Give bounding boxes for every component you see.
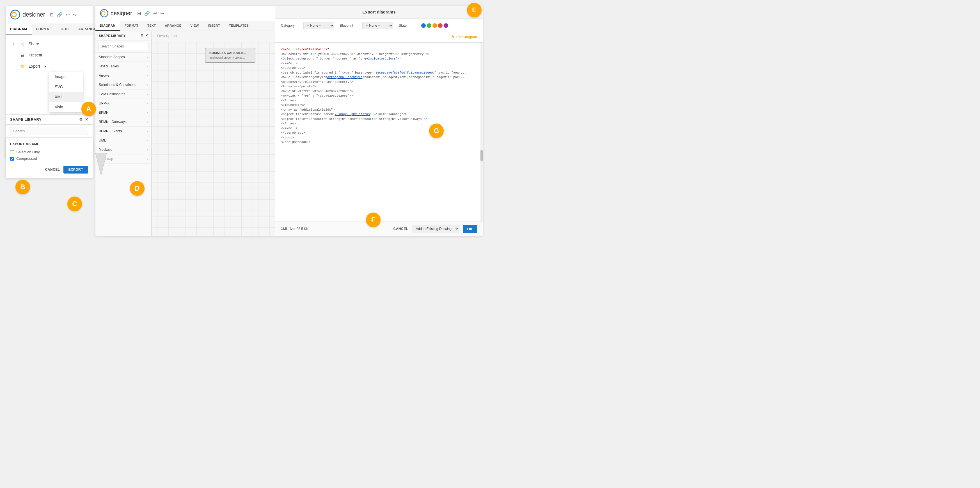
state-circle-2[interactable] <box>427 23 431 28</box>
add-to-drawing-select[interactable]: Add to Existing Drawing <box>412 225 460 233</box>
share-label: Share <box>29 41 39 46</box>
link-icon[interactable]: 🔗 <box>57 12 63 18</box>
xml-line-9: <Array as="points"> <box>281 84 477 89</box>
chevron-text: › <box>147 65 148 68</box>
xml-line-11: <mxPoint x="798" y="435.462962962963"/> <box>281 94 477 98</box>
sidebar-item-bpmn-gw[interactable]: BPMN - Gateways › <box>95 117 151 127</box>
category-label: Category <box>281 24 301 27</box>
shape-sidebar-search <box>95 40 151 53</box>
search-input-left[interactable] <box>10 127 88 135</box>
xml-line-7: <mxCell style="edgeStyle=orthogonalEdgeS… <box>281 75 477 80</box>
shape-library-right-label: SHAPE LIBRARY <box>99 34 126 37</box>
export-dialog-title: Export diagrams <box>362 10 395 14</box>
selection-only-row: Selection Only <box>10 150 88 154</box>
share-icon: ◁ <box>20 41 25 46</box>
description-placeholder: Description <box>157 34 177 38</box>
search-shapes-input[interactable] <box>98 43 148 50</box>
biz-cap-card[interactable]: BUSINESS CAPABILIT... Intellectual prope… <box>205 48 255 62</box>
state-circle-3[interactable] <box>433 23 437 28</box>
undo-icon-right[interactable]: ↩ <box>153 11 157 16</box>
tab-view-right[interactable]: VIEW <box>186 21 204 30</box>
right-panel: desiqner ⊞ 🔗 ↩ ↪ DIAGRAM FORMAT TEXT ARR… <box>95 6 483 236</box>
xml-link-4[interactable]: x_innph_upmx_status <box>334 113 370 116</box>
chevron-standard: › <box>147 56 148 59</box>
xml-line-8: <mxGeometry relative="1" as="geometry"> <box>281 80 477 85</box>
shape-sidebar-header: SHAPE LIBRARY ⚙ ✕ <box>95 31 151 40</box>
close-icon-shape[interactable]: ✕ <box>85 117 88 121</box>
chevron-swimlanes: › <box>147 83 148 86</box>
state-circle-5[interactable] <box>444 23 448 28</box>
category-select[interactable]: -- None -- <box>303 22 334 29</box>
edit-diagram-button[interactable]: ✎ Edit Diagram <box>452 35 477 39</box>
shape-library-label: SHAPE LIBRARY <box>10 117 41 121</box>
sidebar-item-text[interactable]: Text & Tables › <box>95 62 151 71</box>
tab-format-right[interactable]: FORMAT <box>120 21 143 30</box>
tab-templates-right[interactable]: TEMPLATES <box>224 21 253 30</box>
right-body: SHAPE LIBRARY ⚙ ✕ Standard Shapes › Text… <box>95 31 483 236</box>
annotation-C: C <box>67 196 82 211</box>
export-visio[interactable]: Visio <box>49 102 83 112</box>
settings-icon-right[interactable]: ⚙ <box>141 34 144 37</box>
xml-content[interactable]: <mxCell style="fillColor="... <mxGeometr… <box>275 43 483 222</box>
cancel-button[interactable]: CANCEL <box>45 167 60 172</box>
xml-scrollbar[interactable] <box>480 43 483 222</box>
link-icon-right[interactable]: 🔗 <box>144 11 150 16</box>
tab-bar-left: DIAGRAM FORMAT TEXT ARRANGE VIEW <box>6 24 92 35</box>
biz-cap-body: Intellectual property protec... <box>209 56 251 59</box>
settings-icon[interactable]: ⚙ <box>79 117 83 121</box>
grid-icon-right[interactable]: ⊞ <box>137 11 141 16</box>
export-svg[interactable]: SVG <box>49 82 83 92</box>
sidebar-item-standard[interactable]: Standard Shapes › <box>95 53 151 62</box>
ok-button[interactable]: OK <box>463 225 477 233</box>
tab-diagram-right[interactable]: DIAGRAM <box>95 21 120 30</box>
undo-icon[interactable]: ↩ <box>66 12 70 18</box>
chevron-eam: › <box>147 92 148 96</box>
xml-link-3[interactable]: orthogonalEdgeStyle <box>327 75 362 79</box>
export-menu-item[interactable]: ＋ 📁 Export ▾ <box>10 61 88 72</box>
present-menu-item[interactable]: ＋ 🖨 Present <box>10 49 88 61</box>
state-circle-1[interactable] <box>421 23 426 28</box>
state-circle-4[interactable] <box>438 23 442 28</box>
sidebar-item-eam[interactable]: EAM Dashboards › <box>95 89 151 99</box>
xml-link-1[interactable]: prevIndicatorColors <box>361 57 396 61</box>
compressed-checkbox[interactable] <box>10 157 14 161</box>
sidebar-item-bpmn-ev[interactable]: BPMN - Events › <box>95 127 151 136</box>
tab-text-left[interactable]: TEXT <box>56 24 74 35</box>
tab-text-right[interactable]: TEXT <box>143 21 160 30</box>
redo-icon[interactable]: ↪ <box>73 12 76 18</box>
sidebar-item-swimlanes[interactable]: Swimlanes & Containers › <box>95 80 151 89</box>
xml-line-6: <userObject label="is stored in" type=" … <box>281 70 477 75</box>
sidebar-item-uml[interactable]: UML › <box>95 136 151 145</box>
share-menu-item[interactable]: ＋ ◁ Share <box>10 38 88 49</box>
dialog-cancel-button[interactable]: CANCEL <box>393 227 408 231</box>
toolbar-right: ⊞ 🔗 ↩ ↪ <box>137 11 164 16</box>
pencil-icon: ✎ <box>452 35 455 39</box>
export-button[interactable]: EXPORT <box>64 166 88 174</box>
xml-line-10: <mxPoint x="722" y="435.462962962963"/> <box>281 89 477 94</box>
redo-icon-right[interactable]: ↪ <box>160 11 164 16</box>
annotation-F: F <box>366 212 380 227</box>
sidebar-item-upmx[interactable]: UPM-X › <box>95 99 151 108</box>
sidebar-item-bpmn[interactable]: BPMN › <box>95 108 151 117</box>
xml-link-2[interactable]: 88c8ece40f8b8f007fc1ba8ce1050e07 <box>375 71 435 74</box>
compressed-label: Compressed <box>16 156 37 161</box>
chevron-bpmn: › <box>147 111 148 114</box>
annotation-A: A <box>81 102 96 116</box>
tab-diagram-left[interactable]: DIAGRAM <box>6 24 32 35</box>
blueprint-select[interactable]: -- None -- <box>362 22 393 29</box>
grid-icon[interactable]: ⊞ <box>50 12 54 18</box>
svg-marker-4 <box>95 153 107 175</box>
tab-insert-right[interactable]: INSERT <box>204 21 224 30</box>
xml-line-17: </Array> <box>281 121 477 126</box>
annotation-D: D <box>130 181 145 196</box>
sidebar-item-arrows[interactable]: Arrows › <box>95 71 151 80</box>
export-image[interactable]: Image <box>49 72 83 82</box>
app-logo-right <box>100 9 108 18</box>
export-xml[interactable]: XML <box>49 92 83 102</box>
xml-line-2: <mxGeometry x="810" y="400.462962962963"… <box>281 52 477 57</box>
close-icon-right[interactable]: ✕ <box>145 34 148 37</box>
selection-only-checkbox[interactable] <box>10 150 14 154</box>
annotation-G: G <box>429 124 444 138</box>
tab-format-left[interactable]: FORMAT <box>32 24 56 35</box>
tab-arrange-right[interactable]: ARRANGE <box>160 21 186 30</box>
